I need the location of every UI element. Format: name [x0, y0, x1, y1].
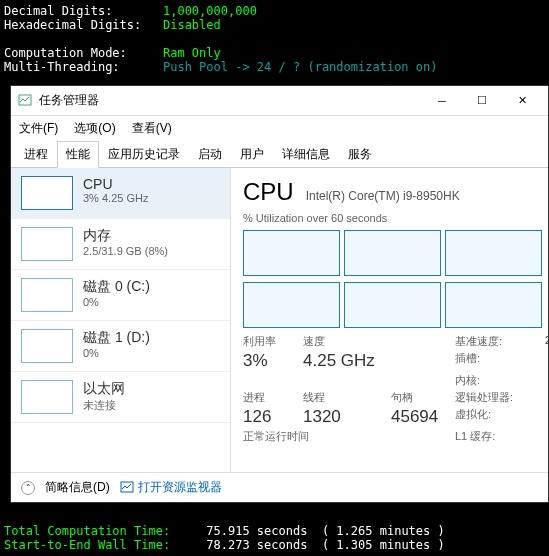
window-title: 任务管理器 — [39, 92, 422, 109]
stat-value: 2.9 — [545, 334, 548, 349]
sidebar-item-label: 以太网 — [83, 380, 125, 398]
sidebar-item-disk1[interactable]: 磁盘 1 (D:)0% — [11, 321, 230, 372]
term-label: Multi-Threading: — [4, 60, 120, 74]
sidebar-item-sub: 0% — [83, 296, 150, 308]
sidebar-item-label: 磁盘 0 (C:) — [83, 278, 150, 296]
term-label: Hexadecimal Digits: — [4, 18, 141, 32]
term-label: Computation Mode: — [4, 46, 127, 60]
stat-value: 3% — [243, 351, 303, 371]
chart-label: % Utilization over 60 seconds — [243, 212, 542, 224]
stat-label: 利用率 — [243, 334, 303, 349]
menu-view[interactable]: 查看(V) — [128, 118, 176, 139]
titlebar[interactable]: 任务管理器 ─ ☐ ✕ — [11, 86, 548, 116]
svg-rect-0 — [19, 95, 31, 105]
stat-label: 句柄 — [391, 390, 455, 405]
memory-thumb-icon — [21, 227, 73, 261]
cpu-chart-row1[interactable] — [243, 230, 542, 276]
stat-label: 正常运行时间 — [243, 429, 455, 444]
term-value: 1,000,000,000 — [163, 4, 257, 18]
term-value: 75.915 seconds — [206, 524, 307, 538]
sidebar-item-sub: 0% — [83, 347, 150, 359]
content-area: CPU3% 4.25 GHz 内存2.5/31.9 GB (8%) 磁盘 0 (… — [11, 168, 548, 472]
disk-thumb-icon — [21, 329, 73, 363]
sidebar-item-label: 内存 — [83, 227, 168, 245]
stat-value: 38 — [545, 429, 548, 444]
sidebar-item-memory[interactable]: 内存2.5/31.9 GB (8%) — [11, 219, 230, 270]
stat-label: L1 缓存: — [455, 429, 545, 444]
disk-thumb-icon — [21, 278, 73, 312]
footer: ˄ 简略信息(D) 打开资源监视器 — [11, 472, 548, 502]
core-chart — [243, 282, 340, 328]
stat-value: 126 — [243, 407, 303, 427]
chevron-up-icon[interactable]: ˄ — [21, 481, 35, 495]
maximize-button[interactable]: ☐ — [462, 87, 502, 115]
sidebar-item-sub: 2.5/31.9 GB (8%) — [83, 245, 168, 257]
menu-file[interactable]: 文件(F) — [15, 118, 62, 139]
sidebar-item-label: 磁盘 1 (D:) — [83, 329, 150, 347]
minimize-button[interactable]: ─ — [422, 87, 462, 115]
term-paren: ( 1.305 minutes ) — [322, 538, 445, 552]
ethernet-thumb-icon — [21, 380, 73, 414]
stat-label: 基准速度: — [455, 334, 545, 349]
stat-label: 逻辑处理器: — [455, 390, 545, 405]
main-panel: CPU Intel(R) Core(TM) i9-8950HK % Utiliz… — [231, 168, 548, 472]
stats-grid: 利用率 速度 基准速度: 2.9 3% 4.25 GHz 插槽: 1 内核: 6… — [243, 334, 542, 444]
cpu-chart-row2[interactable] — [243, 282, 542, 328]
tab-processes[interactable]: 进程 — [15, 141, 57, 167]
tab-app-history[interactable]: 应用历史记录 — [99, 141, 189, 167]
core-chart — [344, 282, 441, 328]
core-chart — [344, 230, 441, 276]
term-label: Decimal Digits: — [4, 4, 112, 18]
stat-label: 虚拟化: — [455, 407, 545, 427]
stat-label: 插槽: — [455, 351, 545, 371]
stat-value: 4.25 GHz — [303, 351, 391, 371]
sidebar-item-sub: 3% 4.25 GHz — [83, 192, 148, 204]
core-chart — [243, 230, 340, 276]
term-value: Push Pool -> 24 / ? (randomization on) — [163, 60, 438, 74]
menubar: 文件(F) 选项(O) 查看(V) — [11, 116, 548, 140]
sidebar-item-cpu[interactable]: CPU3% 4.25 GHz — [11, 168, 230, 219]
sidebar: CPU3% 4.25 GHz 内存2.5/31.9 GB (8%) 磁盘 0 (… — [11, 168, 231, 472]
open-resmon-link[interactable]: 打开资源监视器 — [120, 479, 222, 496]
stat-value: 45694 — [391, 407, 455, 427]
page-title: CPU — [243, 178, 294, 206]
stat-label: 进程 — [243, 390, 303, 405]
stat-label: 线程 — [303, 390, 391, 405]
sidebar-item-sub: 未连接 — [83, 398, 125, 413]
tab-startup[interactable]: 启动 — [189, 141, 231, 167]
cpu-model: Intel(R) Core(TM) i9-8950HK — [306, 189, 460, 203]
app-icon — [17, 93, 33, 109]
tab-users[interactable]: 用户 — [231, 141, 273, 167]
tab-services[interactable]: 服务 — [339, 141, 381, 167]
close-button[interactable]: ✕ — [502, 87, 542, 115]
tab-details[interactable]: 详细信息 — [273, 141, 339, 167]
stat-value: 已 — [545, 407, 548, 427]
tab-performance[interactable]: 性能 — [57, 141, 99, 168]
resmon-icon — [120, 481, 134, 495]
core-chart — [445, 230, 542, 276]
sidebar-item-label: CPU — [83, 176, 148, 192]
menu-options[interactable]: 选项(O) — [70, 118, 119, 139]
svg-rect-1 — [121, 482, 133, 492]
sidebar-item-disk0[interactable]: 磁盘 0 (C:)0% — [11, 270, 230, 321]
sidebar-item-ethernet[interactable]: 以太网未连接 — [11, 372, 230, 423]
core-chart — [445, 282, 542, 328]
fewer-details-button[interactable]: 简略信息(D) — [45, 479, 110, 496]
stat-label: 速度 — [303, 334, 391, 349]
term-paren: ( 1.265 minutes ) — [322, 524, 445, 538]
term-value: Ram Only — [163, 46, 221, 60]
term-label: Start-to-End Wall Time: — [4, 538, 170, 552]
stat-value: 12 — [545, 390, 548, 405]
stat-value: 1320 — [303, 407, 391, 427]
term-value: Disabled — [163, 18, 221, 32]
tabs: 进程 性能 应用历史记录 启动 用户 详细信息 服务 — [11, 140, 548, 168]
stat-label: 内核: — [455, 373, 545, 388]
term-label: Total Computation Time: — [4, 524, 170, 538]
term-value: 78.273 seconds — [206, 538, 307, 552]
stat-value: 1 — [545, 351, 548, 371]
task-manager-window: 任务管理器 ─ ☐ ✕ 文件(F) 选项(O) 查看(V) 进程 性能 应用历史… — [10, 85, 549, 503]
cpu-thumb-icon — [21, 176, 73, 210]
stat-value: 6 — [545, 373, 548, 388]
